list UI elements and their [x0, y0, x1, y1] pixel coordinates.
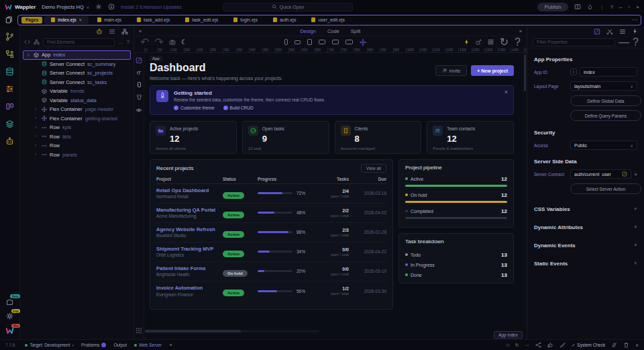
tree-item-sc-projects[interactable]: Server Connect sc_projects — [31, 69, 131, 78]
open-browser-icon[interactable] — [476, 39, 482, 45]
cut-icon[interactable] — [606, 28, 613, 35]
fit-move-icon[interactable] — [360, 39, 366, 46]
tree-item-row-lists[interactable]: › Row lists — [31, 132, 131, 142]
collapse-up-icon[interactable]: ∧ — [635, 343, 639, 348]
problems-button[interactable]: Problems — [81, 343, 106, 347]
stack-icon[interactable] — [619, 28, 626, 35]
help-icon[interactable]: ? — [610, 4, 613, 10]
trash-icon[interactable] — [623, 342, 629, 348]
add-panel-icon[interactable]: + — [169, 342, 172, 348]
install-updates-link[interactable]: Install 2 Extension Updates — [121, 4, 182, 10]
chevron-right-icon[interactable]: › — [35, 144, 39, 148]
tab-task-edit-ejs[interactable]: task_edit.ejs — [178, 16, 225, 24]
expand-plus-icon[interactable]: + — [634, 224, 637, 230]
grid-dots-icon[interactable] — [136, 327, 142, 334]
edit-pencil-icon[interactable] — [622, 171, 627, 177]
project-link[interactable]: Patient Intake Forms — [156, 265, 223, 271]
tab-split[interactable]: Split — [351, 28, 361, 34]
tab-index-ejs[interactable]: index.ejs × — [44, 16, 89, 24]
undo-icon[interactable]: ↶ — [140, 36, 149, 48]
select-server-action-button[interactable]: Select Server Action — [570, 183, 641, 194]
project-link[interactable]: Agency Website Refresh — [156, 226, 223, 232]
expand-plus-icon[interactable]: + — [634, 242, 637, 249]
element-breadcrumb[interactable]: App index — [494, 331, 523, 339]
tab-user-edit-ejs[interactable]: user_edit.ejs — [305, 16, 352, 24]
maximize-button[interactable]: ▫ — [628, 4, 630, 10]
styles-palette-icon[interactable] — [5, 102, 14, 111]
app-element-badge[interactable]: App — [150, 56, 162, 61]
minimize-panel-icon[interactable]: — — [619, 36, 629, 48]
tree-item-sc-tasks[interactable]: Server Connect sc_tasks — [31, 78, 131, 87]
publish-button[interactable]: Publish — [537, 3, 569, 11]
typography-tool-icon[interactable]: tT — [137, 71, 141, 75]
more-icon[interactable]: ⋯ — [525, 343, 529, 348]
close-tab-icon[interactable]: × — [79, 17, 82, 22]
chevron-down-icon[interactable]: ∨ — [27, 53, 31, 58]
tab-overflow-icon[interactable]: ⋯ — [632, 17, 637, 23]
chevron-right-icon[interactable]: › — [35, 107, 39, 112]
refresh-icon[interactable]: ↻ — [515, 343, 519, 348]
system-check-button[interactable]: ✓ System Check — [572, 343, 605, 348]
device-tablet-icon[interactable] — [307, 39, 312, 45]
more-options-icon[interactable]: … — [118, 39, 123, 45]
help-icon[interactable]: ? — [127, 39, 129, 45]
layout-page-select[interactable]: layouts/main ∨ — [570, 81, 637, 91]
tree-item-row[interactable]: › Row — [31, 141, 131, 150]
tree-item-variable-trends[interactable]: Variable trends — [31, 87, 131, 96]
project-link[interactable]: Retail Ops Dashboard — [156, 187, 223, 193]
layout-columns-icon[interactable] — [574, 3, 581, 10]
git-icon[interactable] — [5, 32, 14, 41]
server-connect-value[interactable]: auth/current_user — [570, 169, 631, 179]
banner-check-item[interactable]: ✓ Build CRUD — [223, 105, 254, 110]
project-link[interactable]: Manufacturing QA Portal — [156, 207, 223, 213]
ai-robot-icon[interactable] — [5, 137, 14, 146]
code-view-icon[interactable] — [24, 39, 30, 45]
expand-plus-icon[interactable]: + — [634, 260, 637, 267]
chevron-right-icon[interactable]: › — [35, 116, 39, 121]
components-grid-icon[interactable] — [488, 39, 494, 45]
edit-properties-icon[interactable] — [594, 28, 600, 35]
tab-design[interactable]: Design — [301, 28, 316, 34]
device-laptop-icon[interactable] — [319, 40, 325, 44]
close-button[interactable]: × — [636, 4, 639, 10]
define-global-data-button[interactable]: Define Global Data — [570, 95, 641, 106]
clean-droplet-icon[interactable] — [611, 342, 617, 348]
web-server-button[interactable]: Web Server — [134, 343, 162, 347]
chevron-right-icon[interactable]: › — [35, 134, 39, 139]
edit-mode-icon[interactable] — [136, 57, 142, 64]
extension-updates-icon[interactable] — [108, 3, 115, 10]
outline-tool-icon[interactable] — [138, 82, 141, 87]
help-icon[interactable]: ? — [633, 36, 639, 48]
section-static-events[interactable]: Static Events + — [534, 260, 637, 267]
tree-item-sc-summary[interactable]: Server Connect sc_summary — [31, 60, 131, 69]
app-structure-tab-icon[interactable] — [109, 28, 115, 35]
experimental-gear-icon[interactable]: Exp — [5, 312, 14, 320]
tab-task-add-ejs[interactable]: task_add.ejs — [130, 16, 176, 24]
pages-panel-icon[interactable] — [5, 16, 13, 24]
banner-close-icon[interactable]: × — [504, 89, 508, 95]
section-dynamic-events[interactable]: Dynamic Events + — [534, 242, 637, 249]
clear-icon[interactable]: × — [634, 171, 637, 177]
invite-button[interactable]: Invite — [435, 65, 468, 76]
screenshot-camera-icon[interactable] — [169, 39, 176, 46]
project-selector[interactable]: Demo Projects HQ ∨ — [42, 4, 89, 10]
tab-login-ejs[interactable]: login.ejs — [227, 16, 264, 24]
theme-tool-icon[interactable] — [136, 94, 142, 100]
refresh-icon[interactable]: ↻ — [500, 36, 508, 48]
help-icon[interactable]: ? — [515, 36, 521, 48]
tree-item-flex-getting-started[interactable]: › Flex Container getting-started — [31, 114, 131, 124]
thumbs-up-icon[interactable] — [547, 342, 553, 348]
new-project-button[interactable]: + New project — [471, 65, 514, 76]
device-desktop-icon[interactable] — [332, 40, 339, 44]
banner-check-item[interactable]: ✓ Customize theme — [174, 105, 215, 110]
bolt-icon[interactable] — [464, 39, 470, 45]
server-sliders-icon[interactable] — [5, 85, 14, 93]
wappler-pro-icon[interactable]: Pro — [5, 326, 14, 335]
redo-icon[interactable]: ↷ — [154, 36, 163, 48]
access-select[interactable]: Public ∨ — [570, 140, 637, 150]
tree-item-row-kpis[interactable]: › Row kpis — [31, 123, 131, 132]
beta-extension-icon[interactable]: Beta — [5, 297, 14, 306]
tab-code[interactable]: Code — [327, 28, 339, 34]
database-icon[interactable] — [5, 67, 14, 76]
preview-frame-icon[interactable]: □ — [506, 343, 509, 347]
